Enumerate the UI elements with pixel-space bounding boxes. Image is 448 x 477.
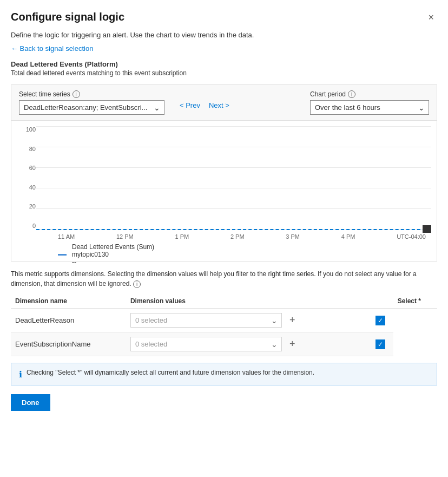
dimensions-table: Dimension name Dimension values Select *…	[11, 294, 437, 356]
dimensions-info: This metric supports dimensions. Selecti…	[11, 269, 437, 289]
y-label-20: 20	[17, 203, 36, 210]
time-series-select-wrapper: DeadLetterReason:any; EventSubscri...	[19, 100, 164, 115]
close-button[interactable]: ×	[425, 11, 437, 24]
info-banner-icon: ℹ	[19, 369, 22, 380]
chart-period-select[interactable]: Over the last 6 hours	[310, 100, 429, 115]
y-label-40: 40	[17, 184, 36, 191]
back-link[interactable]: ← Back to signal selection	[11, 44, 93, 53]
time-series-group: Select time series i DeadLetterReason:an…	[19, 90, 164, 115]
legend-name: Dead Lettered Events (Sum)	[72, 243, 154, 251]
dim-select-wrapper-2: 0 selected	[130, 337, 282, 351]
dim-select-wrapper-1: 0 selected	[130, 313, 282, 328]
x-label-11am: 11 AM	[58, 233, 75, 240]
dim-add-button-2[interactable]: +	[286, 337, 299, 351]
chart-period-info-icon[interactable]: i	[348, 90, 355, 98]
table-row: DeadLetterReason 0 selected +	[11, 309, 437, 332]
y-label-0: 0	[17, 223, 36, 229]
col-dimension-values: Dimension values	[126, 294, 393, 309]
dimensions-table-body: DeadLetterReason 0 selected +	[11, 309, 437, 356]
controls-row: Select time series i DeadLetterReason:an…	[11, 84, 437, 121]
done-button[interactable]: Done	[11, 394, 50, 411]
info-banner-text: Checking "Select *" will dynamically sel…	[27, 369, 314, 376]
y-label-100: 100	[17, 126, 36, 133]
subtitle: Define the logic for triggering an alert…	[11, 31, 437, 39]
legend-area-text: Dead Lettered Events (Sum) mytopic0130 -…	[72, 243, 154, 266]
y-label-60: 60	[17, 165, 36, 171]
time-series-info-icon[interactable]: i	[73, 90, 80, 98]
chart-period-select-wrapper: Over the last 6 hours	[310, 100, 429, 115]
legend-sub: mytopic0130	[72, 251, 154, 258]
col-dimension-name: Dimension name	[11, 294, 126, 309]
col-select: Select *	[393, 294, 437, 309]
x-label-12pm: 12 PM	[116, 233, 134, 240]
x-label-4pm: 4 PM	[341, 233, 355, 240]
x-label-3pm: 3 PM	[286, 233, 300, 240]
configure-signal-modal: Configure signal logic × Define the logi…	[0, 0, 448, 477]
dim-checkbox-checked-2[interactable]	[375, 339, 385, 349]
modal-header: Configure signal logic ×	[11, 11, 437, 24]
signal-desc: Total dead lettered events matching to t…	[11, 69, 437, 77]
chart-area: 0 20 40 60 80 100 11 AM 12 PM 1 PM 2 PM	[11, 121, 437, 262]
dim-name-2: EventSubscriptionName	[11, 332, 126, 356]
legend-color-bar	[58, 254, 67, 256]
dimensions-info-icon[interactable]: i	[133, 280, 141, 288]
time-series-label: Select time series i	[19, 90, 164, 98]
x-label-utc: UTC-04:00	[397, 233, 426, 240]
chart-period-group: Chart period i Over the last 6 hours	[310, 90, 429, 115]
chart-period-label: Chart period i	[310, 90, 429, 98]
prev-next-group: < Prev Next >	[175, 99, 234, 115]
signal-title: Dead Lettered Events (Platform)	[11, 60, 437, 68]
modal-title: Configure signal logic	[11, 11, 124, 23]
dim-select-1[interactable]: 0 selected	[130, 313, 282, 328]
x-label-1pm: 1 PM	[175, 233, 189, 240]
dim-add-button-1[interactable]: +	[286, 313, 299, 327]
prev-button[interactable]: < Prev	[175, 99, 205, 112]
table-row: EventSubscriptionName 0 selected +	[11, 332, 437, 356]
y-label-80: 80	[17, 146, 36, 152]
dim-checkbox-1	[368, 309, 393, 332]
info-banner: ℹ Checking "Select *" will dynamically s…	[11, 363, 437, 385]
x-label-2pm: 2 PM	[230, 233, 245, 240]
dimensions-table-head: Dimension name Dimension values Select *	[11, 294, 437, 309]
next-button[interactable]: Next >	[205, 99, 234, 112]
dim-values-2: 0 selected +	[126, 332, 368, 356]
signal-info: Dead Lettered Events (Platform) Total de…	[11, 60, 437, 77]
dim-values-1: 0 selected +	[126, 309, 368, 332]
bottom-actions: Done	[11, 394, 437, 411]
dim-select-2[interactable]: 0 selected	[130, 337, 282, 351]
dim-checkbox-checked-1[interactable]	[375, 316, 385, 325]
dim-name-1: DeadLetterReason	[11, 309, 126, 332]
legend-value: --	[72, 258, 154, 266]
dim-checkbox-2	[368, 332, 393, 356]
time-series-select[interactable]: DeadLetterReason:any; EventSubscri...	[19, 100, 164, 115]
